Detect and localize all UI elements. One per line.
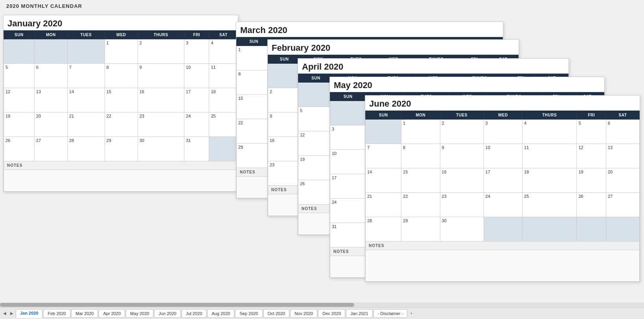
tab-disclaimer[interactable]: - Disclaimer - [374,309,408,318]
tab-add[interactable]: + [408,310,414,317]
jan-header-mon: MON [34,31,67,39]
table-row: 23 [440,193,484,217]
notes-area-jun[interactable] [366,250,640,282]
table-row: 27 [606,193,639,217]
april-title: April 2020 [298,59,569,74]
table-row: 15 [401,168,440,193]
table-row: 8 [105,64,138,88]
tab-feb-2020[interactable]: Feb 2020 [43,309,70,318]
table-row: 7 [366,144,401,168]
table-row: 7 [67,64,105,88]
jan-header-tue: TUES [67,31,105,39]
table-row: 2 [138,39,184,64]
horizontal-scrollbar[interactable] [0,302,644,307]
table-row: 20 [606,168,639,193]
table-row: 22 [105,112,138,137]
table-row: 19 [4,112,35,137]
table-row: 10 [484,144,522,168]
jun-header-mon: MON [401,111,440,120]
table-row: 25 [209,112,238,137]
table-row: 14 [366,168,401,193]
table-row: 26 [577,193,606,217]
jun-header-tue: TUES [440,111,484,120]
table-row: 29 [105,137,138,161]
jan-header-wed: WED [105,31,138,39]
tab-apr-2020[interactable]: Apr 2020 [99,309,125,318]
table-row: 16 [138,88,184,112]
table-row: 6 [606,120,639,144]
table-row [366,120,401,144]
notes-area-jan[interactable] [4,170,238,192]
notes-label: NOTES [4,161,238,170]
table-row: 11 [523,144,577,168]
tab-scroll-left[interactable]: ◀ [2,310,8,317]
jan-header-sat: SAT [209,31,238,39]
tab-jan-2020[interactable]: Jan 2020 [16,309,42,318]
tab-aug-2020[interactable]: Aug 2020 [207,309,234,318]
tab-jan-2021[interactable]: Jan 2021 [346,309,372,318]
table-row: 1 [401,120,440,144]
tab-oct-2020[interactable]: Oct 2020 [263,309,290,318]
tab-jul-2020[interactable]: Jul 2020 [182,309,207,318]
table-row [268,64,301,88]
table-row: 2 [268,88,301,112]
table-row [4,39,35,64]
table-row [209,137,238,161]
table-row: 9 [440,144,484,168]
tab-nov-2020[interactable]: Nov 2020 [290,309,317,318]
table-row: 2 [440,120,484,144]
table-row: 16 [440,168,484,193]
jun-header-thu: THURS [523,111,577,120]
february-title: February 2020 [268,40,519,55]
table-row: 5 [4,64,35,88]
table-row: 29 [401,217,440,242]
table-row: 5 [298,107,334,131]
table-row: 16 [268,137,301,161]
table-row: 3 [330,125,366,150]
feb-header-sun: SUN [268,55,301,64]
table-row: 3 [484,120,522,144]
table-row: 1 [237,46,272,70]
june-table: SUN MON TUES WED THURS FRI SAT 1 2 3 4 5… [365,111,640,282]
tab-scroll-right[interactable]: ▶ [9,310,15,317]
table-row [523,217,577,242]
table-row: 30 [440,217,484,242]
tab-dec-2020[interactable]: Dec 2020 [318,309,345,318]
tab-sep-2020[interactable]: Sep 2020 [235,309,262,318]
table-row: 6 [34,64,67,88]
table-row: 26 [298,180,334,205]
table-row: 8 [237,70,272,95]
table-row [330,101,366,125]
table-row: 26 [4,137,35,161]
jun-header-sat: SAT [606,111,639,120]
table-row: 12 [298,131,334,156]
march-title: March 2020 [236,22,503,37]
mar-header-sun: SUN [237,37,272,46]
table-row: 1 [105,39,138,64]
table-row: 17 [484,168,522,193]
tab-bar: ◀ ▶ Jan 2020 Feb 2020 Mar 2020 Apr 2020 … [0,307,644,319]
table-row: 8 [401,144,440,168]
scroll-thumb[interactable] [0,303,354,307]
table-row: 9 [268,112,301,137]
tab-mar-2020[interactable]: Mar 2020 [71,309,98,318]
table-row: 24 [184,112,209,137]
june-calendar: June 2020 SUN MON TUES WED THURS FRI SAT… [365,95,640,282]
table-row: 27 [34,137,67,161]
table-row: 15 [105,88,138,112]
table-row: 9 [138,64,184,88]
notes-label-jun: NOTES [366,242,640,250]
jun-header-fri: FRI [577,111,606,120]
apr-header-sun: SUN [298,74,334,83]
tab-may-2020[interactable]: May 2020 [126,309,153,318]
table-row: 15 [237,95,272,119]
january-title: January 2020 [4,15,238,30]
table-row [67,39,105,64]
tab-jun-2020[interactable]: Jun 2020 [154,309,180,318]
table-row: 29 [237,144,272,168]
table-row: 11 [209,64,238,88]
table-row: 31 [184,137,209,161]
table-row: 17 [184,88,209,112]
table-row: 10 [184,64,209,88]
table-row: 24 [484,193,522,217]
